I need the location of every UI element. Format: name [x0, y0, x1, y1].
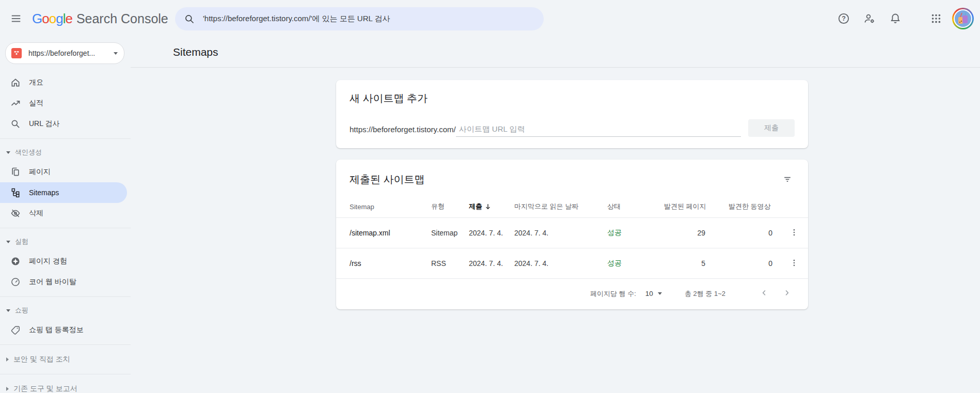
cell-type: RSS	[431, 248, 469, 279]
cell-sitemap: /rss	[336, 248, 431, 279]
sidebar-item-label: URL 검사	[29, 119, 59, 129]
help-icon[interactable]: ?	[834, 9, 853, 28]
search-console-app: Google Search Console ?	[0, 0, 980, 393]
table-row[interactable]: /rss RSS 2024. 7. 4. 2024. 7. 4. 성공 5 0	[336, 248, 808, 279]
cell-pages: 5	[664, 248, 729, 279]
col-submitted[interactable]: 제출	[469, 196, 514, 218]
section-title: 쇼핑	[15, 306, 28, 315]
rows-per-page-value: 10	[645, 290, 653, 297]
col-status[interactable]: 상태	[607, 196, 664, 218]
avatar[interactable]	[952, 8, 974, 29]
hamburger-icon[interactable]	[7, 10, 25, 27]
search-icon	[10, 119, 21, 129]
table-row[interactable]: /sitemap.xml Sitemap 2024. 7. 4. 2024. 7…	[336, 218, 808, 248]
sidebar-item-core-web-vitals[interactable]: 코어 웹 바이탈	[0, 272, 131, 292]
col-discovered-videos[interactable]: 발견한 동영상	[729, 196, 780, 218]
cell-submitted: 2024. 7. 4.	[469, 218, 514, 248]
caret-down-icon	[658, 292, 662, 295]
rows-per-page-label: 페이지당 행 수:	[590, 289, 636, 298]
sidebar-section-legacy-tools[interactable]: 기존 도구 및 보고서	[0, 379, 131, 393]
cell-submitted: 2024. 7. 4.	[469, 248, 514, 279]
section-title: 색인생성	[15, 148, 42, 157]
sidebar-item-overview[interactable]: 개요	[0, 72, 131, 93]
submitted-sitemaps-title: 제출된 사이트맵	[350, 172, 425, 186]
col-submitted-label: 제출	[469, 202, 482, 211]
cell-videos: 0	[729, 218, 780, 248]
divider	[0, 374, 131, 374]
top-bar-actions: ?	[834, 0, 974, 37]
table-header-row: Sitemap 유형 제출 마지막으로 읽은 날짜 상태 발견된 페이지 발견한…	[336, 196, 808, 218]
sidebar-item-label: Sitemaps	[29, 188, 59, 197]
caret-down-icon	[6, 309, 10, 312]
sidebar-section-security-manual-actions[interactable]: 보안 및 직접 조치	[0, 349, 131, 370]
page-title: Sitemaps	[173, 46, 218, 58]
sidebar-item-label: 페이지 경험	[29, 257, 67, 266]
sidebar-item-url-inspection[interactable]: URL 검사	[0, 114, 131, 134]
logo-letter: g	[56, 11, 62, 27]
search-icon	[184, 14, 195, 24]
col-last-read[interactable]: 마지막으로 읽은 날짜	[514, 196, 607, 218]
caret-down-icon	[6, 151, 10, 154]
speedometer-icon	[10, 277, 21, 287]
cell-last-read: 2024. 7. 4.	[514, 248, 607, 279]
avatar-image	[954, 9, 972, 28]
property-selector[interactable]: https://beforeforget...	[5, 42, 124, 64]
submit-sitemap-button[interactable]: 제출	[748, 119, 795, 137]
add-sitemap-row: https://beforeforget.tistory.com/ 제출	[350, 119, 795, 137]
sitemap-url-input[interactable]	[456, 124, 741, 137]
cell-type: Sitemap	[431, 218, 469, 248]
filter-icon[interactable]	[779, 171, 796, 187]
section-title: 기존 도구 및 보고서	[13, 384, 77, 393]
caret-right-icon	[6, 357, 9, 361]
logo-product-name: Search Console	[76, 11, 168, 26]
col-discovered-pages[interactable]: 발견된 페이지	[664, 196, 729, 218]
divider	[0, 344, 131, 345]
sidebar-section-experience[interactable]: 실험	[0, 232, 131, 251]
sidebar-item-page-experience[interactable]: 페이지 경험	[0, 251, 131, 272]
status-badge: 성공	[607, 218, 664, 248]
caret-down-icon	[114, 52, 118, 55]
submitted-sitemaps-header: 제출된 사이트맵	[336, 160, 808, 187]
logo-letter: o	[49, 11, 56, 27]
caret-right-icon	[6, 387, 9, 391]
notifications-bell-icon[interactable]	[886, 9, 905, 28]
sidebar-nav: 개요 실적 URL 검사 색인생성 페이지 Sitemaps	[0, 72, 131, 393]
sidebar-item-label: 삭제	[29, 209, 43, 218]
rows-per-page-select[interactable]: 10	[645, 290, 662, 297]
sidebar-item-removals[interactable]: 삭제	[0, 203, 131, 224]
col-type[interactable]: 유형	[431, 196, 469, 218]
table-pagination: 페이지당 행 수: 10 총 2행 중 1~2	[336, 278, 808, 308]
sidebar-item-label: 개요	[29, 78, 43, 87]
chevron-left-icon[interactable]	[757, 286, 771, 301]
divider	[0, 138, 131, 139]
cell-sitemap: /sitemap.xml	[336, 218, 431, 248]
svg-text:?: ?	[842, 15, 846, 22]
url-inspection-search-bar[interactable]	[175, 7, 544, 30]
user-settings-icon[interactable]	[860, 9, 879, 28]
sitemap-url-prefix: https://beforeforget.tistory.com/	[350, 125, 456, 137]
eye-off-icon	[10, 208, 21, 218]
sitemap-tree-icon	[10, 187, 21, 198]
status-badge: 성공	[607, 248, 664, 279]
sidebar-item-label: 쇼핑 탭 등록정보	[29, 325, 84, 335]
apps-grid-icon[interactable]	[927, 10, 945, 27]
pages-copy-icon	[10, 167, 21, 177]
sidebar-item-pages[interactable]: 페이지	[0, 162, 131, 182]
kebab-menu-icon[interactable]	[787, 226, 801, 241]
sidebar-item-shopping-tab-listings[interactable]: 쇼핑 탭 등록정보	[0, 320, 131, 340]
sort-desc-icon	[484, 203, 492, 210]
page-title-bar: Sitemaps	[131, 37, 980, 68]
sidebar-section-indexing[interactable]: 색인생성	[0, 143, 131, 162]
col-sitemap[interactable]: Sitemap	[336, 196, 431, 218]
chevron-right-icon[interactable]	[780, 286, 794, 301]
search-input[interactable]	[202, 14, 534, 24]
top-bar: Google Search Console ?	[0, 0, 980, 37]
sidebar-section-shopping[interactable]: 쇼핑	[0, 301, 131, 320]
add-sitemap-card: 새 사이트맵 추가 https://beforeforget.tistory.c…	[336, 80, 808, 148]
sidebar-item-performance[interactable]: 실적	[0, 93, 131, 114]
section-title: 실험	[15, 237, 28, 246]
kebab-menu-icon[interactable]	[787, 256, 801, 271]
sidebar-item-sitemaps[interactable]: Sitemaps	[0, 182, 127, 203]
google-search-console-logo[interactable]: Google Search Console	[32, 11, 168, 27]
cell-pages: 29	[664, 218, 729, 248]
